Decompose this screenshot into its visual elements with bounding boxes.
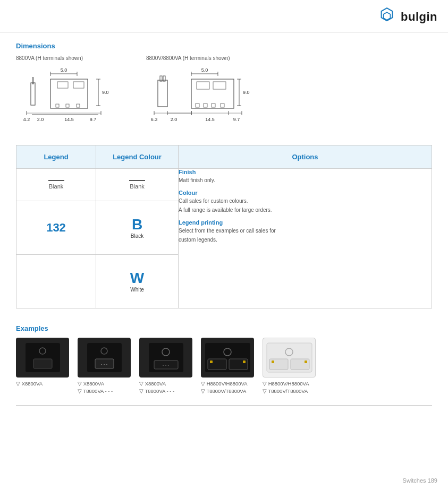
svg-text:14.5: 14.5 xyxy=(205,117,215,122)
colour-blank-line xyxy=(129,180,145,181)
diagram-2: 8800V/8800VA (H terminals shown) 5.0 9.0 xyxy=(146,55,258,129)
svg-rect-24 xyxy=(77,104,80,107)
col-options-header: Options xyxy=(179,145,432,169)
col-legend-header: Legend xyxy=(16,145,96,169)
page-footer: Switches 189 xyxy=(403,477,437,484)
svg-rect-60 xyxy=(33,359,52,368)
svg-rect-42 xyxy=(196,104,199,107)
legend-cell-132: 132 xyxy=(16,201,96,255)
options-legend-text2: custom legends. xyxy=(179,236,432,244)
diagram-2-label: 8800V/8800VA (H terminals shown) xyxy=(146,55,258,61)
options-colour-heading: Colour xyxy=(179,190,432,196)
svg-rect-74 xyxy=(243,361,246,363)
options-colour: Colour Call sales for custom colours. A … xyxy=(179,190,432,214)
example-item-4: ▽ H8800V/H8800VA ▽ T8800V/T8800VA xyxy=(201,338,254,396)
legend-empty-row xyxy=(16,255,96,308)
example-item-1: ▽ X8800VA xyxy=(16,338,69,388)
colour-blank-label: Blank xyxy=(130,183,145,190)
colour-w-letter: W xyxy=(130,271,144,286)
svg-text:4.2: 4.2 xyxy=(23,117,30,122)
examples-images: ▽ X8800VA - - - ▽ X8800VA ▽ T8800VA - - … xyxy=(16,338,432,396)
svg-rect-80 xyxy=(305,361,307,363)
examples-title: Examples xyxy=(16,324,432,332)
svg-rect-21 xyxy=(73,82,84,88)
diagram-2-svg: 5.0 9.0 xyxy=(146,64,258,128)
svg-rect-39 xyxy=(191,79,234,108)
svg-text:- - -: - - - xyxy=(100,362,107,366)
options-finish-heading: Finish xyxy=(179,169,432,175)
example-img-5 xyxy=(263,338,316,378)
colour-cell-w: W White xyxy=(96,255,179,308)
example-label-2: ▽ X8800VA ▽ T8800VA - - - xyxy=(78,380,113,396)
options-finish: Finish Matt finish only. xyxy=(179,169,432,184)
options-legend-heading: Legend printing xyxy=(179,219,432,226)
colour-b-letter: B xyxy=(132,217,142,232)
example-svg-1 xyxy=(23,340,63,375)
svg-rect-23 xyxy=(66,104,69,107)
colour-w-row: W White xyxy=(96,255,178,308)
bulgin-logo-icon xyxy=(376,6,398,28)
svg-text:- - -: - - - xyxy=(162,363,169,367)
legend-cell-blank: Blank xyxy=(16,169,96,201)
legend-132-row: 132 xyxy=(16,201,96,254)
example-item-2: - - - ▽ X8800VA ▽ T8800VA - - - xyxy=(78,338,131,396)
svg-text:14.5: 14.5 xyxy=(64,117,74,122)
options-legend: Legend printing Select from the examples… xyxy=(179,219,432,244)
colour-b-label: Black xyxy=(131,233,143,239)
blank-line xyxy=(48,180,64,181)
options-cell: Finish Matt finish only. Colour Call sal… xyxy=(179,169,432,308)
colour-w-label: White xyxy=(130,287,144,293)
diagram-1-svg: 5.0 9.0 2.0 14.5 9.7 4.2 xyxy=(16,64,114,128)
footer-text: Switches 189 xyxy=(403,477,437,484)
table-section: Legend Legend Colour Options Blank xyxy=(16,145,432,308)
table-row-1: Blank Blank Finish Matt f xyxy=(16,169,432,201)
footer-divider xyxy=(16,405,432,406)
svg-rect-79 xyxy=(272,361,274,363)
examples-section: Examples ▽ X8800VA xyxy=(16,324,432,396)
logo: bulgin xyxy=(376,6,437,28)
example-label-4: ▽ H8800V/H8800VA ▽ T8800V/T8800VA xyxy=(201,380,248,396)
example-label-1: ▽ X8800VA xyxy=(16,380,43,388)
svg-rect-20 xyxy=(57,82,68,88)
svg-rect-22 xyxy=(56,104,59,107)
colour-cell-b: B Black xyxy=(96,201,179,255)
svg-rect-36 xyxy=(158,80,167,107)
example-svg-2: - - - xyxy=(84,340,124,375)
svg-rect-44 xyxy=(212,104,215,107)
legend-132: 132 xyxy=(41,210,71,245)
example-item-3: - - - ▽ X8800VA ▽ T8800VA - - - xyxy=(139,338,192,396)
legend-blank-row: Blank xyxy=(16,169,96,201)
svg-text:9.7: 9.7 xyxy=(233,117,240,122)
svg-text:9.7: 9.7 xyxy=(90,117,97,122)
logo-text: bulgin xyxy=(401,10,437,24)
example-label-5: ▽ H8800V/H8800VA ▽ T8800V/T8800VA xyxy=(263,380,309,396)
dimensions-title: Dimensions xyxy=(16,42,432,50)
svg-text:2.0: 2.0 xyxy=(37,117,44,122)
svg-text:2.0: 2.0 xyxy=(171,117,177,122)
svg-marker-1 xyxy=(384,12,391,20)
colour-b-row: B Black xyxy=(96,201,178,254)
svg-rect-17 xyxy=(31,83,35,105)
svg-rect-41 xyxy=(213,82,226,89)
svg-rect-40 xyxy=(197,82,209,89)
main-content: Dimensions 8800VA (H terminals shown) 5.… xyxy=(0,32,448,405)
dimensions-section: Dimensions 8800VA (H terminals shown) 5.… xyxy=(16,42,432,129)
options-table: Legend Legend Colour Options Blank xyxy=(16,145,432,308)
colour-cell-blank: Blank xyxy=(96,169,179,201)
svg-rect-45 xyxy=(221,104,224,107)
example-img-1 xyxy=(16,338,69,378)
svg-text:5.0: 5.0 xyxy=(61,67,67,73)
example-img-4 xyxy=(201,338,254,378)
example-svg-5 xyxy=(264,340,315,375)
options-legend-text1: Select from the examples or call sales f… xyxy=(179,227,432,235)
example-img-3: - - - xyxy=(139,338,192,378)
col-legend-colour-header: Legend Colour xyxy=(96,145,179,169)
svg-rect-43 xyxy=(204,104,207,107)
svg-marker-0 xyxy=(382,8,393,21)
diagram-1: 8800VA (H terminals shown) 5.0 9.0 2.0 xyxy=(16,55,114,129)
svg-text:9.0: 9.0 xyxy=(243,90,250,95)
example-img-2: - - - xyxy=(78,338,131,378)
svg-text:6.3: 6.3 xyxy=(151,117,158,122)
example-svg-4 xyxy=(202,340,253,375)
legend-cell-empty xyxy=(16,255,96,308)
